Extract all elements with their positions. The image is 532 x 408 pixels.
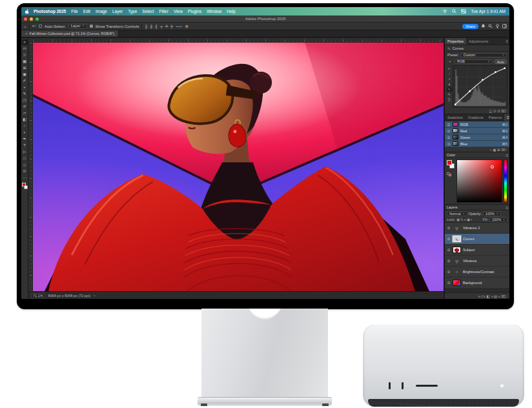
- menu-window[interactable]: Window: [207, 9, 221, 14]
- auto-button[interactable]: Auto: [495, 59, 507, 64]
- curve-point-1[interactable]: [469, 90, 471, 92]
- type-tool-icon[interactable]: T: [22, 143, 28, 148]
- zoom-tool-icon[interactable]: ⊙: [22, 168, 28, 174]
- control-center-icon[interactable]: [461, 9, 466, 14]
- eyedropper-tool-icon[interactable]: ✐: [22, 78, 28, 84]
- hand-tool-icon[interactable]: ◇: [22, 162, 28, 168]
- preset-dropdown[interactable]: Custom˅: [460, 53, 507, 57]
- background-layer-thumbnail[interactable]: [453, 280, 461, 286]
- curve-tool-icon-5[interactable]: ✎: [447, 92, 452, 97]
- visibility-eye-icon[interactable]: ⊙: [447, 248, 451, 252]
- auto-select-target-dropdown[interactable]: Layer˅: [68, 24, 87, 29]
- curve-tool-icon-2[interactable]: ◑: [447, 77, 452, 81]
- search-help-icon[interactable]: [488, 24, 493, 29]
- workspace-settings-gear-icon[interactable]: ⚙: [185, 24, 188, 28]
- panel-menu-icon[interactable]: ≡: [506, 154, 508, 158]
- visibility-eye-icon[interactable]: ⊙: [447, 123, 451, 127]
- ruler-corner[interactable]: [28, 38, 33, 43]
- clone-stamp-tool-icon[interactable]: ◳: [22, 97, 28, 103]
- default-colors-icon[interactable]: [447, 172, 451, 176]
- layer-row-background[interactable]: ⊙ Background: [445, 278, 509, 289]
- layer-row-vibrance[interactable]: ⊙ ▽ Vibrance: [445, 256, 509, 267]
- dodge-tool-icon[interactable]: ◐: [22, 130, 28, 136]
- active-app-name[interactable]: Photoshop 2025: [34, 9, 66, 14]
- learn-lightbulb-icon[interactable]: [495, 24, 500, 29]
- gradient-tool-icon[interactable]: ◧: [22, 117, 28, 123]
- menu-image[interactable]: Image: [96, 9, 107, 14]
- visibility-eye-icon[interactable]: ⊙: [447, 237, 451, 241]
- hue-slider[interactable]: [504, 159, 507, 203]
- foreground-color-swatch[interactable]: [447, 160, 452, 165]
- layer-row-brightness-contrast[interactable]: ⊙ ☼ Brightness/Contrast: [445, 267, 509, 278]
- curve-point-0[interactable]: [455, 103, 456, 105]
- tab-gradients[interactable]: Gradients: [466, 114, 486, 121]
- curves-editor[interactable]: [453, 65, 507, 108]
- shape-tool-icon[interactable]: □: [22, 156, 28, 161]
- layer-row-subject[interactable]: ⊙ Subject: [445, 245, 509, 256]
- fill-dropdown[interactable]: 100%˅: [489, 217, 507, 222]
- tab-patterns[interactable]: Patterns: [486, 114, 504, 121]
- move-tool-options-icon[interactable]: ⌖˅: [32, 24, 36, 28]
- visibility-eye-icon[interactable]: ⊙: [447, 129, 451, 133]
- path-selection-tool-icon[interactable]: ▷: [22, 149, 28, 155]
- menu-file[interactable]: File: [71, 9, 77, 14]
- window-title-bar[interactable]: Adobe Photoshop 2025: [21, 15, 509, 23]
- document-tab[interactable]: × Fall-Winter-Collection.psd @ 71.1% (Cu…: [21, 30, 119, 37]
- vertical-ruler[interactable]: [28, 43, 33, 291]
- object-selection-tool-icon[interactable]: ▦: [22, 59, 28, 65]
- targeted-adjustment-icon[interactable]: ⌖: [447, 59, 453, 64]
- color-picker-ring[interactable]: [491, 165, 494, 168]
- brush-tool-icon[interactable]: ✎: [22, 91, 28, 97]
- marquee-tool-icon[interactable]: ▭: [22, 46, 28, 52]
- toolbar-more-icon[interactable]: ⋯: [22, 175, 28, 181]
- curve-tool-icon-4[interactable]: ∿: [447, 87, 452, 92]
- menu-type[interactable]: Type: [128, 9, 137, 14]
- home-icon[interactable]: ⌂: [24, 25, 26, 28]
- layer-row-vibrance-2[interactable]: ⊙ ▽ Vibrance 2: [445, 223, 509, 234]
- show-transform-checkbox[interactable]: [90, 25, 93, 28]
- workspace-switcher-icon[interactable]: [502, 24, 507, 29]
- wifi-icon[interactable]: [442, 9, 447, 14]
- curve-point-4[interactable]: [504, 67, 506, 69]
- layers-panel-header[interactable]: Layers ≡: [445, 205, 509, 210]
- lasso-tool-icon[interactable]: ⊃: [22, 52, 28, 58]
- tab-swatches[interactable]: Swatches: [445, 114, 466, 121]
- visibility-eye-icon[interactable]: ⊙: [447, 281, 451, 285]
- subject-layer-thumbnail[interactable]: [453, 247, 461, 253]
- saturation-brightness-field[interactable]: [456, 159, 502, 203]
- curve-point-2[interactable]: [482, 79, 484, 81]
- share-button[interactable]: Share: [462, 24, 478, 29]
- curve-point-3[interactable]: [495, 71, 496, 73]
- pen-tool-icon[interactable]: ✒: [22, 136, 28, 142]
- channel-dropdown[interactable]: RGB˅: [455, 59, 493, 64]
- panel-menu-icon[interactable]: ≡: [506, 39, 508, 43]
- channel-row-green[interactable]: ⊙ Green ⌘4: [445, 134, 509, 141]
- curve-tool-icon-1[interactable]: ◔: [447, 72, 452, 76]
- visibility-eye-icon[interactable]: ⊙: [447, 142, 451, 146]
- menu-bar-clock[interactable]: Tue Apr 1 9:41 AM: [471, 9, 506, 14]
- move-tool-icon[interactable]: ⌖: [22, 39, 28, 45]
- channel-row-rgb[interactable]: ⊙ RGB ⌘2: [445, 121, 509, 128]
- visibility-eye-icon[interactable]: ⊙: [447, 270, 451, 274]
- horizontal-ruler[interactable]: [33, 38, 444, 43]
- zoom-level-field[interactable]: 71.1%: [31, 293, 45, 298]
- menu-layer[interactable]: Layer: [112, 9, 123, 14]
- channel-row-blue[interactable]: ⊙ Blue ⌘5: [445, 141, 509, 147]
- status-chevron-icon[interactable]: >: [94, 294, 96, 298]
- visibility-eye-icon[interactable]: ⊙: [447, 259, 451, 263]
- curve-tool-icon-0[interactable]: ⌖: [447, 66, 452, 71]
- opacity-dropdown[interactable]: 100%˅: [483, 211, 501, 216]
- visibility-eye-icon[interactable]: ⊙: [447, 226, 451, 230]
- menu-plugins[interactable]: Plugins: [188, 9, 201, 14]
- properties-footer-icons[interactable]: ◫ ⊙ ↺ ⌦: [445, 108, 509, 114]
- apple-logo-icon[interactable]: [25, 9, 29, 14]
- canvas-artwork[interactable]: [33, 43, 444, 291]
- curves-layer-thumbnail[interactable]: ∿: [453, 236, 461, 242]
- panel-menu-icon[interactable]: ≡: [506, 206, 508, 210]
- blur-tool-icon[interactable]: ○: [22, 123, 28, 129]
- menu-edit[interactable]: Edit: [83, 9, 90, 14]
- close-tab-icon[interactable]: ×: [25, 32, 28, 36]
- background-color-swatch[interactable]: [24, 185, 28, 189]
- visibility-eye-icon[interactable]: ⊙: [447, 136, 451, 139]
- curve-tool-icon-6[interactable]: ▒: [447, 97, 452, 102]
